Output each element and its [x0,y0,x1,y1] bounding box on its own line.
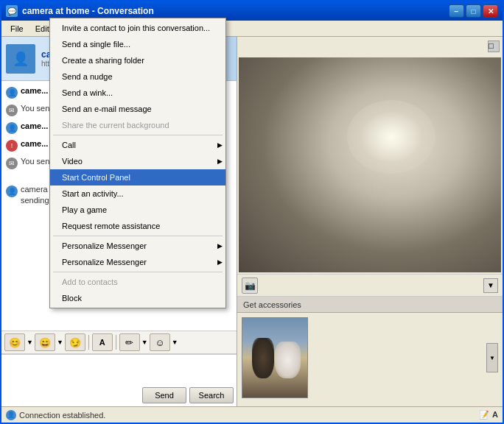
status-icon: 👤 [6,410,16,420]
menu-item-remote[interactable]: Request remote assistance [50,218,225,234]
menu-item-sharing[interactable]: Create a sharing folder [50,52,225,68]
webcam-display [239,57,501,272]
message-input[interactable] [1,355,237,384]
menu-file[interactable]: File [4,23,29,35]
menu-item-personalize1[interactable]: Personalize Messenger▶ [50,238,225,254]
message-avatar-5: ✉ [6,158,18,169]
status-right-icons: 📝 A [479,410,498,420]
video-expand-icon[interactable]: □ [488,40,500,52]
edit-icon[interactable]: 📝 [479,410,489,420]
webcam-toggle-button[interactable]: 📷 [242,278,258,294]
menu-separator [53,135,223,135]
more-button[interactable]: ☺ [150,333,170,351]
menu-item-block[interactable]: Block [50,290,225,306]
accessories-content: ▼ [237,313,503,403]
avatar: 👤 [6,44,35,74]
menu-item-nudge[interactable]: Send a nudge [50,68,225,85]
minimize-button[interactable]: − [449,4,464,18]
webcam-controls: 📷 ▼ [237,274,503,296]
window-title: camera at home - Conversation [22,6,449,16]
more-arrow[interactable]: ▼ [172,339,178,346]
menu-item-call[interactable]: Call▶ [50,137,225,153]
actions-dropdown-menu: Invite a contact to join this conversati… [49,18,226,308]
menu-separator [53,272,223,272]
chat-input-area: Send Search [1,354,237,406]
video-panel: □ 📷 ▼ Get accessories [237,37,503,406]
webcam-highlight [347,100,435,174]
status-text: Connection established. [19,411,105,420]
nudge-arrow[interactable]: ▼ [57,339,63,346]
message-avatar-2: ✉ [6,105,18,116]
message-avatar-3: 👤 [6,122,18,134]
maximize-button[interactable]: □ [466,4,481,18]
chat-toolbar: 😊 ▼ 😄 ▼ 😏 A ✏ ▼ ☺ ▼ [1,331,237,354]
toolbar-sep-2 [116,335,116,350]
submenu-arrow-icon: ▶ [217,141,223,149]
webcam-options-dropdown[interactable]: ▼ [483,278,498,293]
menu-item-wink[interactable]: Send a wink... [50,85,225,101]
video-header: □ [237,37,503,56]
status-bar: 👤 Connection established. 📝 A [1,406,503,423]
menu-item-game[interactable]: Play a game [50,202,225,218]
toolbar-sep-1 [88,335,89,350]
menu-item-personalize2[interactable]: Personalize Messenger▶ [50,254,225,270]
menu-item-send-file[interactable]: Send a single file... [50,36,225,52]
white-horse-shape [275,342,301,378]
menu-item-invite[interactable]: Invite a contact to join this conversati… [50,20,225,36]
color-button[interactable]: ✏ [119,333,140,351]
window-icon: 💬 [6,5,18,17]
chat-action-buttons: Send Search [1,384,237,406]
message-avatar-1: 👤 [6,87,18,99]
close-button[interactable]: ✕ [483,4,498,18]
menu-item-control-panel[interactable]: Start Control Panel [50,169,225,186]
dark-horse-shape [252,338,274,378]
accessories-header: Get accessories [237,297,503,313]
color-arrow[interactable]: ▼ [141,339,148,346]
message-avatar-4: ! [6,140,18,152]
font-size-icon[interactable]: A [492,410,498,420]
main-window: 💬 camera at home - Conversation − □ ✕ Fi… [0,0,504,424]
webcam-dropdown-arrow: ▼ [487,281,494,289]
menu-separator [53,236,223,236]
menu-item-add-contacts: Add to contacts [50,274,225,290]
horse-image [242,318,307,398]
message-avatar-6: 👤 [6,186,18,197]
font-button[interactable]: A [92,333,113,351]
menu-bar: File Edit Actions Tools Help Invite a co… [1,21,503,37]
menu-item-email[interactable]: Send an e-mail message [50,101,225,117]
submenu-arrow-icon: ▶ [217,242,223,250]
search-button[interactable]: Search [189,387,234,403]
emoticon-arrow[interactable]: ▼ [27,339,33,346]
emoticon-button[interactable]: 😊 [4,333,25,351]
submenu-arrow-icon: ▶ [217,158,223,165]
nudge-button[interactable]: 😄 [35,333,55,351]
menu-item-video[interactable]: Video▶ [50,153,225,169]
accessories-label: Get accessories [243,300,301,309]
wink-button[interactable]: 😏 [65,333,85,351]
accessory-thumbnail[interactable] [242,317,308,398]
send-button[interactable]: Send [142,387,186,403]
menu-item-background: Share the current background [50,117,225,133]
accessories-panel: Get accessories ▼ [237,296,503,406]
submenu-arrow-icon: ▶ [217,258,223,266]
menu-item-activity[interactable]: Start an activity... [50,186,225,202]
webcam-feed [239,57,501,272]
accessories-scroll-button[interactable]: ▼ [486,343,498,372]
window-controls: − □ ✕ [449,4,498,18]
